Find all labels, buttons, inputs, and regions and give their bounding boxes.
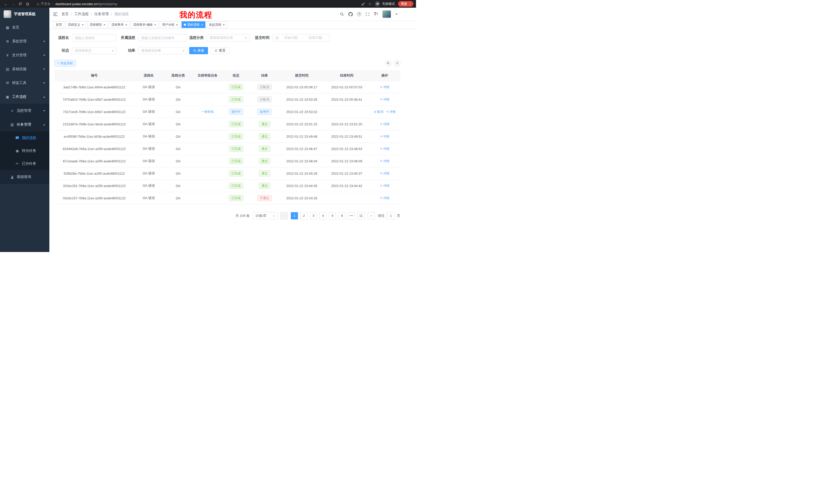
detail-link[interactable]: ✎详情 xyxy=(380,85,389,89)
browser-menu-dots-icon[interactable]: ⋮ xyxy=(409,2,412,6)
sidebar-item-workflow[interactable]: ▣工作流程 xyxy=(0,90,49,104)
result-select[interactable]: 请选择流结果 xyxy=(138,47,187,54)
sidebar-item-system[interactable]: ⚙系统管理 xyxy=(0,34,49,48)
page-button-3[interactable]: 3 xyxy=(310,212,317,219)
page-button-1[interactable]: 1 xyxy=(291,212,298,219)
status-select[interactable]: 请选择状态 xyxy=(72,47,116,54)
detail-link[interactable]: ✎详情 xyxy=(380,134,389,139)
refresh-table-button[interactable] xyxy=(394,60,400,66)
browser-toolbar: ← → ⚠ 不安全 | dashboard.yudao.iocoder.cn/b… xyxy=(0,0,416,8)
page-button-6[interactable]: 6 xyxy=(338,212,345,219)
update-button[interactable]: 更新 ⋮ xyxy=(398,1,413,7)
process-definition-input[interactable] xyxy=(138,34,187,41)
current-task-link[interactable]: 一级审批 xyxy=(201,110,214,114)
edit-icon: ✎ xyxy=(380,147,382,150)
breadcrumb-item-home[interactable]: 首页 xyxy=(61,12,69,17)
result-select-value: 请选择流结果 xyxy=(141,48,161,53)
detail-link[interactable]: ✎详情 xyxy=(380,171,389,176)
tab-process-model[interactable]: 流程模型× xyxy=(87,21,108,28)
cancel-icon: ⊘ xyxy=(374,110,376,114)
close-tab-icon[interactable]: × xyxy=(125,23,127,26)
tab-home[interactable]: 首页 xyxy=(53,21,64,28)
back-icon[interactable]: ← xyxy=(3,1,9,7)
key-icon[interactable] xyxy=(361,2,365,6)
sidebar-item-done-task[interactable]: ✂已办任务 xyxy=(0,157,49,170)
cell-category: OA xyxy=(163,192,193,204)
sidebar-item-my-process[interactable]: 我的流程 xyxy=(0,132,49,144)
start-process-button[interactable]: + 发起流程 xyxy=(54,60,76,66)
tab-process-form[interactable]: 流程表单× xyxy=(109,21,130,28)
fullscreen-icon[interactable] xyxy=(366,12,369,16)
detail-link[interactable]: ✎详情 xyxy=(386,110,395,114)
breadcrumb-item-workflow[interactable]: 工作流程 xyxy=(74,12,89,17)
filter-label-process-name: 流程名 xyxy=(54,35,72,40)
toggle-search-button[interactable] xyxy=(385,60,391,66)
avatar-caret-down-icon[interactable] xyxy=(395,13,397,15)
column-header-name: 流程名 xyxy=(134,70,163,81)
tab-user-group[interactable]: 用户分组× xyxy=(160,21,180,28)
detail-link[interactable]: ✎详情 xyxy=(380,147,389,151)
tab-my-process[interactable]: 我的流程× xyxy=(182,21,205,28)
prev-page-button[interactable]: ‹ xyxy=(281,212,288,219)
user-avatar[interactable] xyxy=(382,10,391,18)
tab-process-definition[interactable]: 流程定义× xyxy=(66,21,86,28)
sidebar-item-todo-task[interactable]: ◉待办任务 xyxy=(0,144,49,157)
browser-home-icon[interactable] xyxy=(24,1,31,7)
security-label[interactable]: 不安全 xyxy=(41,2,51,6)
bookmark-star-icon[interactable]: ☆ xyxy=(368,2,371,6)
close-tab-icon[interactable]: × xyxy=(223,23,225,26)
detail-link[interactable]: ✎详情 xyxy=(380,184,389,188)
tab-start-process[interactable]: 发起流程× xyxy=(207,21,227,28)
page-size-select[interactable]: 10条/页 xyxy=(253,212,278,219)
address-bar[interactable]: ⚠ 不安全 | dashboard.yudao.iocoder.cn/bpm/t… xyxy=(34,1,358,7)
detail-link[interactable]: ✎详情 xyxy=(380,122,389,127)
submit-time-range-picker[interactable]: 开始日期 - 结束日期 xyxy=(272,34,329,41)
sidebar-item-infrastructure[interactable]: ▤基础设施 xyxy=(0,62,49,76)
cancel-link[interactable]: ⊘取消 xyxy=(374,110,383,114)
close-tab-icon[interactable]: × xyxy=(104,23,106,26)
search-button[interactable]: 搜索 xyxy=(189,47,208,54)
process-name-input[interactable] xyxy=(72,34,116,41)
breadcrumb-separator: / xyxy=(91,12,92,16)
cell-result: 处理中 xyxy=(250,106,279,118)
sidebar-item-payment[interactable]: ¥支付管理 xyxy=(0,48,49,62)
page-button-11[interactable]: 11 xyxy=(357,212,365,219)
page-ellipsis[interactable]: ••• xyxy=(348,212,355,219)
sidebar-item-task-management[interactable]: ▥任务管理 xyxy=(0,118,49,132)
yen-icon: ¥ xyxy=(5,53,10,57)
close-tab-icon[interactable]: × xyxy=(176,23,178,26)
sidebar-item-home[interactable]: ▦首页 xyxy=(0,21,49,34)
reload-icon[interactable] xyxy=(17,1,24,7)
next-page-button[interactable]: › xyxy=(368,212,375,219)
cell-end_time xyxy=(324,106,369,118)
detail-link[interactable]: ✎详情 xyxy=(380,159,389,163)
cell-status: 已完成 xyxy=(222,179,250,192)
collapse-sidebar-button[interactable] xyxy=(49,12,61,16)
help-icon[interactable]: ? xyxy=(357,12,361,16)
page-button-5[interactable]: 5 xyxy=(329,212,336,219)
chevron-down-icon xyxy=(245,37,247,39)
edit-icon: ✎ xyxy=(380,197,382,200)
reset-button[interactable]: 重置 xyxy=(211,47,229,54)
app-logo[interactable]: 芋道管理系统 xyxy=(0,8,49,21)
sidebar-item-devtools[interactable]: ⚒研发工具 xyxy=(0,76,49,90)
github-icon[interactable] xyxy=(348,12,353,17)
incognito-badge[interactable]: 无痕模式 xyxy=(374,1,395,7)
close-tab-icon[interactable]: × xyxy=(82,23,84,26)
sidebar-item-leave-query[interactable]: 请假查询 xyxy=(0,170,49,184)
header-search-icon[interactable] xyxy=(340,12,344,16)
goto-page-input[interactable] xyxy=(386,212,395,219)
detail-link[interactable]: ✎详情 xyxy=(380,196,389,200)
forward-icon[interactable]: → xyxy=(10,1,17,7)
breadcrumb-item-task-management[interactable]: 任务管理 xyxy=(94,12,109,17)
close-tab-icon[interactable]: × xyxy=(154,23,156,26)
category-select[interactable]: 请选择流程分类 xyxy=(207,34,250,41)
page-button-2[interactable]: 2 xyxy=(300,212,308,219)
detail-link[interactable]: ✎详情 xyxy=(380,97,389,102)
sidebar-item-process-management[interactable]: ≡流程管理 xyxy=(0,104,49,118)
font-size-icon[interactable]: TT xyxy=(374,12,378,16)
page-button-4[interactable]: 4 xyxy=(319,212,327,219)
tab-process-form-edit[interactable]: 流程表单-编辑× xyxy=(131,21,159,28)
close-tab-icon[interactable]: × xyxy=(201,23,203,26)
url-text[interactable]: dashboard.yudao.iocoder.cn/bpm/task/my xyxy=(55,2,117,6)
